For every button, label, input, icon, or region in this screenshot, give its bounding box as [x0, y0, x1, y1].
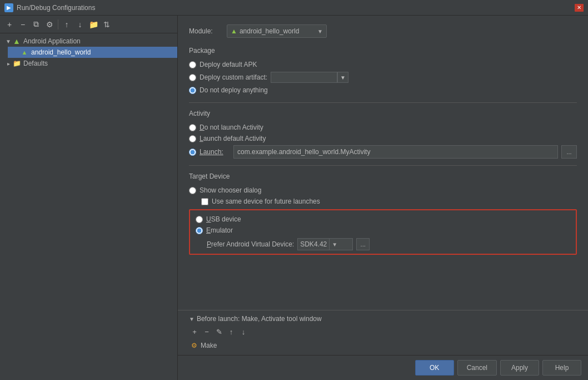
target-device-box: USB device Emulator Prefer Android Virtu…: [189, 209, 577, 255]
avd-browse-button[interactable]: ...: [356, 238, 370, 250]
android-hello-world-icon: ▲: [20, 48, 29, 57]
apply-button[interactable]: Apply: [500, 360, 539, 376]
add-config-button[interactable]: +: [3, 18, 16, 31]
copy-config-button[interactable]: ⧉: [30, 18, 42, 31]
target-device-label: Target Device: [189, 172, 577, 180]
deploy-custom-artifact-browse-button[interactable]: ▼: [337, 72, 348, 83]
cancel-button[interactable]: Cancel: [457, 360, 497, 376]
left-panel: + − ⧉ ⚙ ↑ ↓ 📁 ⇅ ▼ ▲ Android Application …: [0, 16, 178, 380]
do-not-deploy-label: Do not deploy anything: [200, 86, 268, 94]
main-layout: + − ⧉ ⚙ ↑ ↓ 📁 ⇅ ▼ ▲ Android Application …: [0, 16, 588, 380]
activity-divider: [189, 165, 577, 166]
bl-remove-button[interactable]: −: [201, 326, 212, 337]
launch-specific-label: Launch:: [200, 148, 230, 156]
package-section-label: Package: [189, 47, 577, 55]
bl-down-button[interactable]: ↓: [238, 326, 249, 337]
bottom-bar: OK Cancel Apply Help: [178, 355, 588, 380]
launch-default-label: Launch default Activity: [200, 135, 266, 142]
close-button[interactable]: ✕: [575, 4, 584, 12]
deploy-default-apk-item: Deploy default APK: [189, 59, 577, 70]
tree-item-hello-world[interactable]: ▸ ▲ android_hello_world: [8, 47, 177, 58]
right-panel: Module: ▲ android_hello_world ▼ Package …: [178, 16, 588, 380]
collapse-icon: ▼: [189, 316, 195, 322]
module-label: Module:: [189, 27, 222, 35]
launch-specific-item: Launch: ...: [189, 145, 577, 159]
move-down-button[interactable]: ↓: [74, 18, 86, 31]
deploy-custom-artifact-input[interactable]: [271, 72, 337, 83]
avd-dropdown-arrow-icon: ▼: [329, 239, 337, 250]
hello-world-label: android_hello_world: [31, 48, 91, 56]
deploy-default-apk-radio[interactable]: [189, 61, 196, 68]
do-not-launch-radio[interactable]: [189, 124, 196, 131]
config-tree: ▼ ▲ Android Application ▸ ▲ android_hell…: [0, 33, 177, 380]
usb-device-item: USB device: [196, 214, 570, 225]
android-icon: ▲: [12, 37, 21, 46]
target-device-section: Target Device Show chooser dialog Use sa…: [189, 172, 577, 255]
module-dropdown[interactable]: ▲ android_hello_world ▼: [227, 24, 327, 38]
activity-section: Activity Do not launch Activity Launch d…: [189, 110, 577, 159]
launch-browse-button[interactable]: ...: [561, 145, 577, 159]
tree-android-app-group[interactable]: ▼ ▲ Android Application: [0, 36, 177, 47]
usb-device-radio[interactable]: [196, 216, 203, 223]
app-icon: ▶: [4, 3, 13, 12]
module-android-icon: ▲: [231, 27, 237, 35]
folder-button[interactable]: 📁: [87, 18, 99, 31]
remove-config-button[interactable]: −: [17, 18, 29, 31]
bl-up-button[interactable]: ↑: [226, 326, 237, 337]
do-not-launch-label: Do not launch Activity: [200, 124, 263, 131]
launch-specific-radio[interactable]: [189, 149, 196, 156]
emulator-label: Emulator: [206, 226, 233, 234]
deploy-custom-artifact-item: Deploy custom artifact: ▼: [189, 70, 577, 85]
title-bar: ▶ Run/Debug Configurations ✕: [0, 0, 588, 16]
usb-device-label: USB device: [206, 215, 241, 223]
module-value: android_hello_world: [240, 27, 299, 35]
separator: [58, 19, 58, 29]
emulator-item: Emulator: [196, 225, 570, 236]
same-device-label: Use same device for future launches: [212, 198, 320, 205]
package-radio-group: Deploy default APK Deploy custom artifac…: [189, 59, 577, 96]
avd-row: Prefer Android Virtual Device: SDK4.42 ▼…: [207, 238, 570, 250]
bl-add-button[interactable]: +: [189, 326, 200, 337]
sort-button[interactable]: ⇅: [101, 18, 113, 31]
launch-activity-input[interactable]: [233, 145, 558, 159]
same-device-checkbox[interactable]: [201, 198, 208, 205]
module-row: Module: ▲ android_hello_world ▼: [189, 24, 577, 38]
package-section: Package Deploy default APK Deploy custom…: [189, 47, 577, 96]
bl-edit-button[interactable]: ✎: [213, 326, 225, 337]
defaults-arrow: ▸: [4, 60, 12, 67]
show-chooser-label: Show chooser dialog: [200, 186, 261, 194]
ok-button[interactable]: OK: [415, 360, 454, 376]
do-not-deploy-item: Do not deploy anything: [189, 85, 577, 96]
deploy-custom-artifact-label: Deploy custom artifact:: [200, 73, 267, 81]
emulator-radio[interactable]: [196, 227, 203, 234]
do-not-deploy-radio[interactable]: [189, 87, 196, 94]
before-launch-toolbar: + − ✎ ↑ ↓: [189, 326, 577, 337]
bl-make-item: ⚙ Make: [189, 340, 577, 351]
avd-value: SDK4.42: [300, 240, 327, 248]
config-form: Module: ▲ android_hello_world ▼ Package …: [178, 16, 588, 310]
before-launch-header[interactable]: ▼ Before launch: Make, Activate tool win…: [189, 315, 577, 323]
config-toolbar: + − ⧉ ⚙ ↑ ↓ 📁 ⇅: [0, 16, 177, 33]
show-chooser-radio[interactable]: [189, 187, 196, 194]
bl-make-label: Make: [201, 342, 217, 349]
android-app-label: Android Application: [23, 37, 81, 45]
deploy-custom-artifact-radio[interactable]: [189, 74, 196, 81]
expand-arrow-android: ▼: [4, 37, 12, 45]
move-up-button[interactable]: ↑: [61, 18, 73, 31]
same-device-item: Use same device for future launches: [201, 196, 577, 207]
make-icon: ⚙: [191, 342, 197, 349]
do-not-launch-item: Do not launch Activity: [189, 122, 577, 133]
avd-dropdown[interactable]: SDK4.42 ▼: [297, 238, 353, 250]
defaults-icon: 📁: [12, 59, 21, 68]
before-launch-section: ▼ Before launch: Make, Activate tool win…: [178, 310, 588, 355]
launch-default-radio[interactable]: [189, 135, 196, 142]
show-chooser-item: Show chooser dialog: [189, 185, 577, 196]
tree-defaults[interactable]: ▸ 📁 Defaults: [0, 58, 177, 69]
help-button[interactable]: Help: [542, 360, 581, 376]
defaults-label: Defaults: [23, 60, 48, 67]
settings-button[interactable]: ⚙: [43, 18, 56, 31]
before-launch-label: Before launch: Make, Activate tool windo…: [197, 315, 322, 323]
activity-radio-group: Do not launch Activity Launch default Ac…: [189, 122, 577, 159]
launch-default-item: Launch default Activity: [189, 133, 577, 144]
window-title: Run/Debug Configurations: [17, 4, 575, 12]
